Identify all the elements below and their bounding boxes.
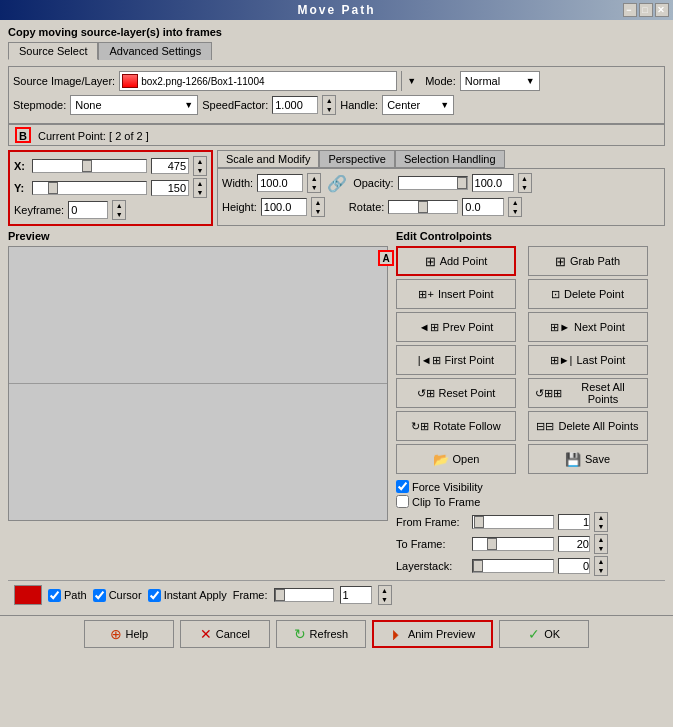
maximize-button[interactable]: □: [639, 3, 653, 17]
rotate-up[interactable]: ▲: [509, 198, 521, 207]
tab-perspective[interactable]: Perspective: [319, 150, 394, 168]
rotate-follow-button[interactable]: ↻⊞ Rotate Follow: [396, 411, 516, 441]
mode-value[interactable]: Normal ▼: [460, 71, 540, 91]
open-button[interactable]: 📂 Open: [396, 444, 516, 474]
speedfactor-input[interactable]: 1.000: [272, 96, 318, 114]
tab-advanced-settings[interactable]: Advanced Settings: [98, 42, 212, 60]
x-slider[interactable]: [32, 159, 147, 173]
y-slider[interactable]: [32, 181, 147, 195]
path-checkbox-label[interactable]: Path: [48, 589, 87, 602]
tab-scale-modify[interactable]: Scale and Modify: [217, 150, 319, 168]
layerstack-input[interactable]: 0: [558, 558, 590, 574]
speedfactor-up[interactable]: ▲: [323, 96, 335, 105]
stepmode-dropdown[interactable]: None ▼: [70, 95, 198, 115]
speedfactor-spinner[interactable]: ▲ ▼: [322, 95, 336, 115]
height-down[interactable]: ▼: [312, 207, 324, 216]
rotate-spinner[interactable]: ▲ ▼: [508, 197, 522, 217]
to-frame-slider[interactable]: [472, 537, 554, 551]
to-frame-up[interactable]: ▲: [595, 535, 607, 544]
instant-apply-checkbox-label[interactable]: Instant Apply: [148, 589, 227, 602]
y-spinner[interactable]: ▲ ▼: [193, 178, 207, 198]
frame-up[interactable]: ▲: [379, 586, 391, 595]
reset-point-button[interactable]: ↺⊞ Reset Point: [396, 378, 516, 408]
add-point-button[interactable]: ⊞ Add Point A: [396, 246, 516, 276]
to-frame-spinner[interactable]: ▲ ▼: [594, 534, 608, 554]
source-image-dropdown[interactable]: box2.png-1266/Box1-11004: [119, 71, 397, 91]
y-up[interactable]: ▲: [194, 179, 206, 188]
cancel-button[interactable]: ✕ Cancel: [180, 620, 270, 648]
width-down[interactable]: ▼: [308, 183, 320, 192]
path-checkbox[interactable]: [48, 589, 61, 602]
layerstack-slider[interactable]: [472, 559, 554, 573]
frame-down[interactable]: ▼: [379, 595, 391, 604]
to-frame-input[interactable]: 20: [558, 536, 590, 552]
prev-point-button[interactable]: ◄⊞ Prev Point: [396, 312, 516, 342]
refresh-button[interactable]: ↻ Refresh: [276, 620, 366, 648]
frame-spinner[interactable]: ▲ ▼: [378, 585, 392, 605]
keyframe-down[interactable]: ▼: [113, 210, 125, 219]
first-point-button[interactable]: |◄⊞ First Point: [396, 345, 516, 375]
frame-input[interactable]: 1: [340, 586, 372, 604]
layerstack-down[interactable]: ▼: [595, 566, 607, 575]
anim-preview-button[interactable]: ⏵ Anim Preview: [372, 620, 493, 648]
opacity-spinner[interactable]: ▲ ▼: [518, 173, 532, 193]
close-button[interactable]: ✕: [655, 3, 669, 17]
opacity-down[interactable]: ▼: [519, 183, 531, 192]
layerstack-up[interactable]: ▲: [595, 557, 607, 566]
width-up[interactable]: ▲: [308, 174, 320, 183]
handle-arrow[interactable]: ▼: [440, 100, 449, 110]
x-input[interactable]: 475: [151, 158, 189, 174]
height-spinner[interactable]: ▲ ▼: [311, 197, 325, 217]
keyframe-input[interactable]: 0: [68, 201, 108, 219]
y-input[interactable]: 150: [151, 180, 189, 196]
keyframe-spinner[interactable]: ▲ ▼: [112, 200, 126, 220]
height-up[interactable]: ▲: [312, 198, 324, 207]
rotate-input[interactable]: 0.0: [462, 198, 504, 216]
stepmode-arrow[interactable]: ▼: [184, 100, 193, 110]
y-down[interactable]: ▼: [194, 188, 206, 197]
delete-all-points-button[interactable]: ⊟⊟ Delete All Points: [528, 411, 648, 441]
rotate-slider[interactable]: [388, 200, 458, 214]
from-frame-spinner[interactable]: ▲ ▼: [594, 512, 608, 532]
ok-button[interactable]: ✓ OK: [499, 620, 589, 648]
x-spinner[interactable]: ▲ ▼: [193, 156, 207, 176]
clip-to-frame-cb[interactable]: [396, 495, 409, 508]
handle-dropdown[interactable]: Center ▼: [382, 95, 454, 115]
source-image-arrow[interactable]: ▼: [401, 71, 421, 91]
from-frame-slider[interactable]: [472, 515, 554, 529]
insert-point-button[interactable]: ⊞+ Insert Point: [396, 279, 516, 309]
rotate-down[interactable]: ▼: [509, 207, 521, 216]
force-visibility-label[interactable]: Force Visibility: [396, 480, 656, 493]
opacity-input[interactable]: 100.0: [472, 174, 514, 192]
width-input[interactable]: 100.0: [257, 174, 303, 192]
cursor-checkbox[interactable]: [93, 589, 106, 602]
minimize-button[interactable]: −: [623, 3, 637, 17]
cursor-checkbox-label[interactable]: Cursor: [93, 589, 142, 602]
keyframe-up[interactable]: ▲: [113, 201, 125, 210]
to-frame-down[interactable]: ▼: [595, 544, 607, 553]
from-frame-down[interactable]: ▼: [595, 522, 607, 531]
from-frame-up[interactable]: ▲: [595, 513, 607, 522]
x-up[interactable]: ▲: [194, 157, 206, 166]
opacity-slider[interactable]: [398, 176, 468, 190]
next-point-button[interactable]: ⊞► Next Point: [528, 312, 648, 342]
force-visibility-cb[interactable]: [396, 480, 409, 493]
window-controls[interactable]: − □ ✕: [623, 3, 669, 17]
tab-source-select[interactable]: Source Select: [8, 42, 98, 60]
delete-point-button[interactable]: ⊡ Delete Point: [528, 279, 648, 309]
save-button[interactable]: 💾 Save: [528, 444, 648, 474]
frame-slider[interactable]: [274, 588, 334, 602]
from-frame-input[interactable]: 1: [558, 514, 590, 530]
speedfactor-down[interactable]: ▼: [323, 105, 335, 114]
grab-path-button[interactable]: ⊞ Grab Path: [528, 246, 648, 276]
layerstack-spinner[interactable]: ▲ ▼: [594, 556, 608, 576]
width-spinner[interactable]: ▲ ▼: [307, 173, 321, 193]
last-point-button[interactable]: ⊞►| Last Point: [528, 345, 648, 375]
opacity-up[interactable]: ▲: [519, 174, 531, 183]
height-input[interactable]: 100.0: [261, 198, 307, 216]
x-down[interactable]: ▼: [194, 166, 206, 175]
clip-to-frame-label[interactable]: Clip To Frame: [396, 495, 656, 508]
tab-selection-handling[interactable]: Selection Handling: [395, 150, 505, 168]
instant-apply-checkbox[interactable]: [148, 589, 161, 602]
reset-all-points-button[interactable]: ↺⊞⊞ Reset All Points: [528, 378, 648, 408]
